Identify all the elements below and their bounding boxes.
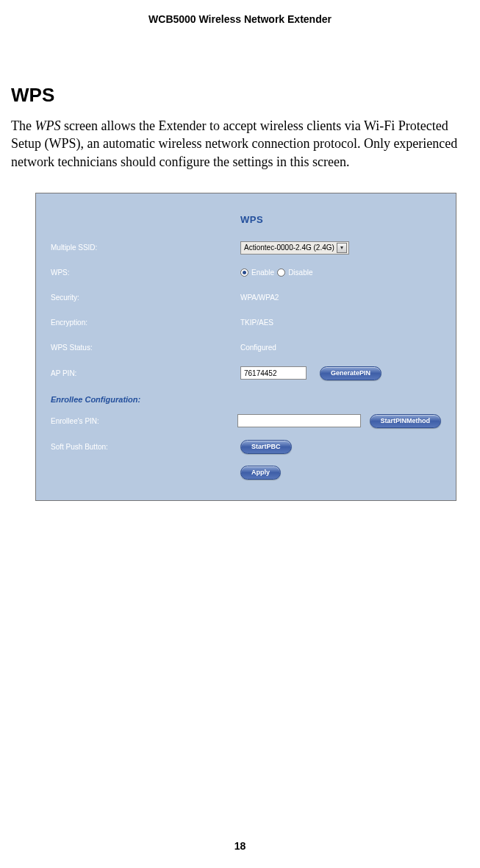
value-security: WPA/WPA2 xyxy=(240,294,279,302)
label-ap-pin: AP PIN: xyxy=(51,369,240,377)
label-wps-status: WPS Status: xyxy=(51,344,240,352)
row-wps: WPS: Enable Disable xyxy=(51,266,441,280)
row-security: Security: WPA/WPA2 xyxy=(51,291,441,305)
page-number: 18 xyxy=(0,840,480,852)
enrollee-configuration-heading: Enrollee Configuration: xyxy=(51,395,441,404)
multiple-ssid-selected: Actiontec-0000-2.4G (2.4G) xyxy=(244,243,334,252)
apply-button[interactable]: Apply xyxy=(240,466,281,480)
document-header-title: WCB5000 Wireless Network Extender xyxy=(11,13,469,25)
wps-enable-radio[interactable] xyxy=(240,268,248,277)
row-multiple-ssid: Multiple SSID: Actiontec-0000-2.4G (2.4G… xyxy=(51,241,441,255)
row-ap-pin: AP PIN: GeneratePIN xyxy=(51,366,441,380)
start-pbc-button[interactable]: StartPBC xyxy=(240,440,292,454)
ap-pin-input[interactable] xyxy=(240,366,307,380)
row-encryption: Encryption: TKIP/AES xyxy=(51,316,441,330)
wps-settings-panel: WPS Multiple SSID: Actiontec-0000-2.4G (… xyxy=(35,193,456,501)
label-wps: WPS: xyxy=(51,268,240,277)
row-wps-status: WPS Status: Configured xyxy=(51,341,441,355)
chevron-down-icon: ▾ xyxy=(337,243,347,253)
wps-enable-label: Enable xyxy=(251,268,274,277)
body-text-prefix: The xyxy=(11,118,35,133)
start-pin-method-button[interactable]: StartPINMethod xyxy=(370,414,442,428)
multiple-ssid-dropdown[interactable]: Actiontec-0000-2.4G (2.4G) ▾ xyxy=(240,241,349,255)
label-enrollee-pin: Enrollee's PIN: xyxy=(51,417,237,425)
wps-disable-radio[interactable] xyxy=(277,268,285,277)
label-security: Security: xyxy=(51,294,240,302)
body-text-rest: screen allows the Extender to accept wir… xyxy=(11,118,457,169)
row-soft-push-button: Soft Push Button: StartPBC xyxy=(51,440,441,454)
label-multiple-ssid: Multiple SSID: xyxy=(51,243,240,252)
generate-pin-button[interactable]: GeneratePIN xyxy=(320,366,382,380)
body-paragraph: The WPS screen allows the Extender to ac… xyxy=(11,117,469,171)
body-text-italic-wps: WPS xyxy=(35,118,60,133)
value-wps-status: Configured xyxy=(240,344,276,352)
enrollee-pin-input[interactable] xyxy=(237,414,361,427)
section-heading-wps: WPS xyxy=(11,84,469,107)
label-encryption: Encryption: xyxy=(51,319,240,327)
wps-disable-label: Disable xyxy=(288,268,312,277)
label-soft-push-button: Soft Push Button: xyxy=(51,443,240,451)
value-encryption: TKIP/AES xyxy=(240,319,273,327)
row-enrollee-pin: Enrollee's PIN: StartPINMethod xyxy=(51,414,441,428)
panel-title: WPS xyxy=(240,214,441,225)
